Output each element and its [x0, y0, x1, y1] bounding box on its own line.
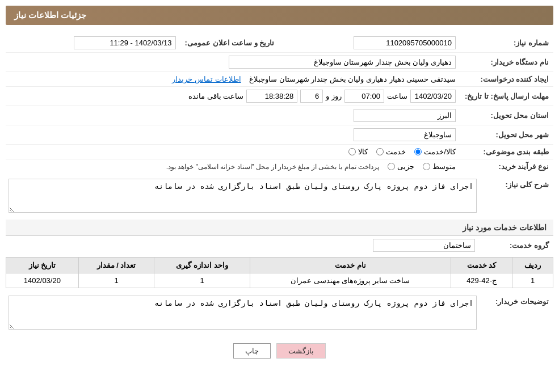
category-radio-group: کالا خدمت کالا/خدمت — [10, 147, 456, 156]
need-number-label: شماره نیاز: — [460, 33, 553, 53]
description-label: شرح کلی نیاز: — [480, 176, 553, 217]
col-date: تاریخ نیاز — [6, 258, 79, 273]
deadline-remaining-label: ساعت باقی مانده — [188, 92, 243, 100]
category-label: طبقه بندی موضوعی: — [460, 145, 553, 159]
col-qty: تعداد / مقدار — [78, 258, 154, 273]
deadline-time-label: ساعت — [387, 92, 407, 100]
category-option-khedmat[interactable]: خدمت — [376, 147, 406, 156]
deadline-date: 1402/03/20 — [410, 90, 456, 103]
buyer-desc-textarea[interactable] — [9, 296, 477, 330]
col-name: نام خدمت — [250, 258, 451, 273]
service-group-value: ساختمان — [373, 239, 475, 252]
buyer-org-label: نام دستگاه خریدار: — [460, 53, 553, 72]
contact-link[interactable]: اطلاعات تماس خریدار — [172, 75, 241, 83]
purchase-type-label: نوع فرآیند خرید: — [460, 159, 553, 174]
province-value: البرز — [354, 109, 456, 122]
buyer-org-value: دهیاری ولیان بخش چندار شهرستان ساوجبلاغ — [229, 56, 456, 69]
purchase-type-note: پرداخت تمام یا بخشی از مبلغ خریدار از مح… — [166, 163, 379, 171]
buyer-desc-label: توضیحات خریدار: — [480, 293, 553, 334]
service-group-label: گروه خدمت: — [480, 236, 553, 255]
description-textarea[interactable]: <span data-bind="form.description_value"… — [9, 179, 477, 213]
col-unit: واحد اندازه گیری — [154, 258, 250, 273]
deadline-label: مهلت ارسال پاسخ: تا تاریخ: — [460, 87, 553, 106]
button-row: بازگشت چاپ — [6, 336, 553, 365]
creator-value: سیدتقی حسینی دهیار دهیاری ولیان بخش چندا… — [249, 75, 456, 83]
city-value: ساوجبلاغ — [354, 128, 456, 141]
need-number-value: 1102095705000010 — [354, 36, 456, 49]
col-row: ردیف — [512, 258, 553, 273]
creator-label: ایجاد کننده درخواست: — [460, 72, 553, 87]
purchase-type-jozii[interactable]: جزیی — [388, 162, 414, 171]
category-option-kala[interactable]: کالا — [348, 147, 368, 156]
purchase-type-motovaset[interactable]: متوسط — [423, 162, 456, 171]
back-button[interactable]: بازگشت — [276, 343, 326, 359]
page-header: جزئیات اطلاعات نیاز — [6, 6, 553, 25]
city-label: شهر محل تحویل: — [460, 125, 553, 145]
services-table: ردیف کد خدمت نام خدمت واحد اندازه گیری ت… — [6, 257, 553, 288]
announce-value: 1402/03/13 - 11:29 — [74, 36, 176, 49]
print-button[interactable]: چاپ — [233, 343, 271, 359]
deadline-time: 07:00 — [344, 90, 384, 103]
table-row: 1ج-42-429ساخت سایر پروژه‌های مهندسی عمرا… — [6, 273, 553, 288]
province-label: استان محل تحویل: — [460, 106, 553, 125]
category-option-kala-khedmat[interactable]: کالا/خدمت — [414, 147, 456, 156]
purchase-type-radio-group: جزیی متوسط — [388, 162, 456, 171]
announce-label: تاریخ و ساعت اعلان عمومی: — [180, 33, 286, 53]
deadline-remaining: 18:38:28 — [246, 90, 297, 103]
page-title: جزئیات اطلاعات نیاز — [14, 10, 86, 20]
deadline-day-label: روز و — [326, 92, 342, 100]
col-code: کد خدمت — [451, 258, 512, 273]
services-section-title: اطلاعات خدمات مورد نیاز — [6, 220, 553, 236]
deadline-days: 6 — [300, 90, 323, 103]
